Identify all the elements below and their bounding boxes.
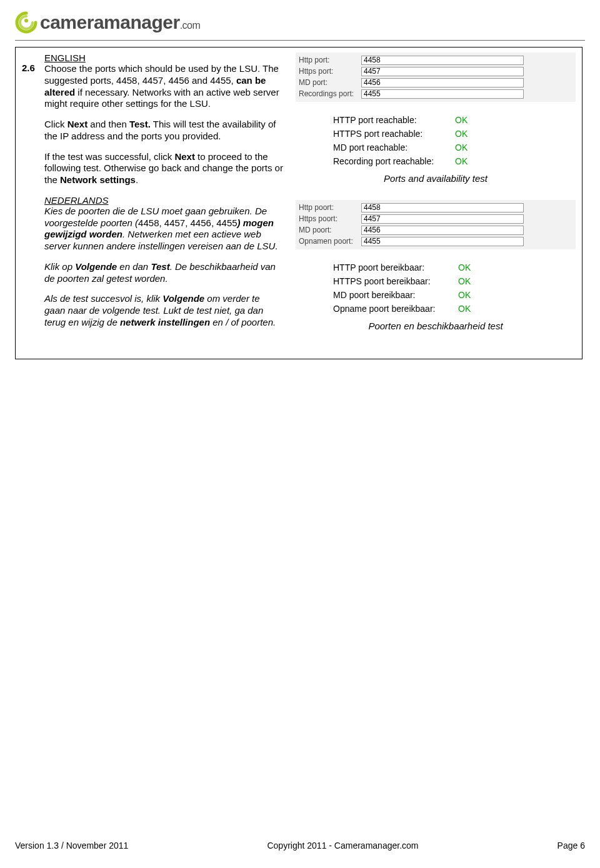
dutch-p2: Klik op Volgende en dan Test. De beschik… <box>44 261 283 285</box>
english-heading: ENGLISH <box>44 52 283 63</box>
header-divider <box>15 40 585 41</box>
recordings-port-input[interactable] <box>361 89 524 99</box>
svg-point-0 <box>24 19 28 22</box>
caption-nl: Poorten en beschikbaarheid test <box>296 321 576 331</box>
footer-version: Version 1.3 / November 2011 <box>15 841 128 851</box>
caption-en: Ports and availability test <box>296 173 576 184</box>
screenshot-status-en: HTTP port reachable:OK HTTPS port reacha… <box>333 113 533 168</box>
md-poort-input[interactable] <box>361 226 524 235</box>
step-number: 2.6 <box>22 52 44 347</box>
logo-swirl-icon <box>15 11 38 34</box>
logo-text: cameramanager.com <box>40 12 200 33</box>
page-footer: Version 1.3 / November 2011 Copyright 20… <box>15 841 585 851</box>
opnamen-poort-input[interactable] <box>361 237 524 246</box>
md-port-input[interactable] <box>361 78 524 87</box>
dutch-p3: Als de test succesvol is, klik Volgende … <box>44 293 283 328</box>
brand-logo: cameramanager.com <box>15 11 585 34</box>
footer-page: Page 6 <box>558 841 585 851</box>
screenshot-ports-en: Http port: Https port: MD port: Recordin… <box>296 52 576 102</box>
footer-copyright: Copyright 2011 - Cameramanager.com <box>267 841 418 851</box>
screenshot-status-nl: HTTP poort bereikbaar:OK HTTPS poort ber… <box>333 261 533 316</box>
screenshots-column: Http port: Https port: MD port: Recordin… <box>289 47 582 359</box>
english-p3: If the test was successful, click Next t… <box>44 151 283 186</box>
content-box: 2.6 ENGLISH Choose the ports which shoul… <box>15 47 582 359</box>
dutch-p1: Kies de poorten die de LSU moet gaan geb… <box>44 206 283 252</box>
http-port-input[interactable] <box>361 56 524 65</box>
english-p2: Click Next and then Test. This will test… <box>44 119 283 142</box>
https-poort-input[interactable] <box>361 214 524 224</box>
https-port-input[interactable] <box>361 67 524 76</box>
instructions-column: 2.6 ENGLISH Choose the ports which shoul… <box>16 47 289 359</box>
screenshot-ports-nl: Http poort: Https poort: MD poort: Opnam… <box>296 200 576 249</box>
english-p1: Choose the ports which should be used by… <box>44 63 283 110</box>
http-poort-input[interactable] <box>361 203 524 212</box>
dutch-heading: NEDERLANDS <box>44 195 283 206</box>
